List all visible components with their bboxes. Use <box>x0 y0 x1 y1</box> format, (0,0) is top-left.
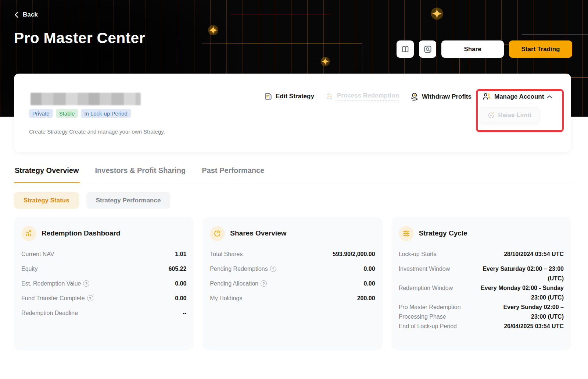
back-label: Back <box>23 11 38 18</box>
strategy-name-redacted <box>31 93 141 105</box>
card-rows: Current NAV 1.01 Equity 605.22 Est. Rede… <box>21 249 186 323</box>
card-header: Shares Overview <box>210 225 375 241</box>
card-rows: Total Shares 593.90/2,000.00 Pending Red… <box>210 249 375 308</box>
help-icon[interactable]: ? <box>261 280 267 287</box>
row-current-nav: Current NAV 1.01 <box>21 249 186 264</box>
row-value: 0.00 <box>175 279 186 288</box>
row-value: Every Sunday 02:00 – 23:00 (UTC) <box>497 302 564 322</box>
people-duo-icon <box>482 92 491 101</box>
strategy-description: Create Strategy Create and manage your o… <box>29 128 165 135</box>
sub-tabs: Strategy Status Strategy Performance <box>14 192 170 209</box>
row-value: 0.00 <box>364 279 375 288</box>
withdraw-profits-button[interactable]: Withdraw Profits <box>410 92 472 101</box>
row-equity: Equity 605.22 <box>21 264 186 279</box>
row-value: 1.01 <box>175 249 186 259</box>
row-label: Investment Window <box>399 264 450 274</box>
row-value: 0.00 <box>364 264 375 274</box>
card-header: Redemption Dashboard <box>21 225 186 241</box>
card-title: Shares Overview <box>230 229 286 237</box>
hand-coin-icon <box>410 92 419 101</box>
badge-private: Private <box>29 109 53 118</box>
tab-past-performance[interactable]: Past Performance <box>201 166 265 183</box>
help-icon[interactable]: ? <box>83 280 89 287</box>
row-value: -- <box>183 308 187 318</box>
badge-stable: Stable <box>56 109 78 118</box>
chevron-up-icon <box>547 95 552 99</box>
subtab-strategy-performance[interactable]: Strategy Performance <box>86 192 171 209</box>
row-pending-redemptions: Pending Redemptions ? 0.00 <box>210 264 375 279</box>
sliders-icon <box>399 226 414 241</box>
overview-cards: Redemption Dashboard Current NAV 1.01 Eq… <box>14 217 571 350</box>
row-label: My Holdings <box>210 294 242 303</box>
card-title: Strategy Cycle <box>419 229 467 237</box>
row-label: Est. Redemption Value <box>21 279 81 288</box>
row-value: 28/10/2024 03:54 UTC <box>504 249 564 259</box>
manage-account-dropdown-toggle[interactable]: Manage Account <box>482 92 552 101</box>
raise-limit-button-disabled[interactable]: Raise Limit <box>479 107 540 123</box>
row-label: Total Shares <box>210 249 243 259</box>
row-value: 0.00 <box>175 294 186 303</box>
row-value: 200.00 <box>357 294 375 303</box>
main-tabs: Strategy Overview Investors & Profit Sha… <box>14 166 571 183</box>
row-label: Pending Redemptions <box>210 264 268 274</box>
book-icon <box>401 45 410 54</box>
row-pro-master-redemption-phase: Pro Master Redemption Processing Phase E… <box>399 302 564 322</box>
start-trading-button[interactable]: Start Trading <box>509 40 572 58</box>
row-end-of-lockup: End of Lock-up Period 26/04/2025 03:54 U… <box>399 322 564 336</box>
chevron-left-icon <box>14 11 19 18</box>
row-fund-transfer-complete: Fund Transfer Complete ? 0.00 <box>21 294 186 308</box>
row-label: Lock-up Starts <box>399 249 437 259</box>
row-value: 593.90/2,000.00 <box>333 249 375 259</box>
help-icon[interactable]: ? <box>270 266 276 272</box>
row-est-redemption-value: Est. Redemption Value ? 0.00 <box>21 279 186 294</box>
edit-strategy-label: Edit Strategy <box>276 93 314 100</box>
pro-master-center-page: Back Pro Master Center Share Start Tradi… <box>0 0 588 379</box>
row-lockup-starts: Lock-up Starts 28/10/2024 03:54 UTC <box>399 249 564 264</box>
row-label: Current NAV <box>21 249 54 259</box>
raise-limit-gauge-icon <box>487 111 495 119</box>
row-label: Fund Transfer Complete <box>21 294 85 303</box>
edit-strategy-icon <box>264 92 273 101</box>
svg-text:P2P: P2P <box>328 95 332 98</box>
row-label: Redemption Window <box>399 283 453 293</box>
badge-lockup: In Lock-up Period <box>81 109 131 118</box>
strategy-summary-card: Private Stable In Lock-up Period Create … <box>14 74 571 152</box>
row-total-shares: Total Shares 593.90/2,000.00 <box>210 249 375 264</box>
edit-strategy-button[interactable]: Edit Strategy <box>264 92 314 101</box>
process-redemption-label: Process Redemption <box>337 92 399 101</box>
row-investment-window: Investment Window Every Saturday 02:00 –… <box>399 264 564 283</box>
manage-account-label: Manage Account <box>494 93 544 100</box>
page-title: Pro Master Center <box>14 29 145 47</box>
row-value: 26/04/2025 03:54 UTC <box>504 322 564 331</box>
row-redemption-deadline: Redemption Deadline -- <box>21 308 186 323</box>
card-header: Strategy Cycle <box>399 225 564 241</box>
row-value: 605.22 <box>168 264 186 274</box>
tab-investors-profit-sharing[interactable]: Investors & Profit Sharing <box>94 166 187 183</box>
help-icon[interactable]: ? <box>87 295 93 301</box>
row-value: Every Monday 02:00 - Sunday 23:00 (UTC) <box>471 283 564 302</box>
bar-chart-up-icon <box>21 226 36 241</box>
card-title: Redemption Dashboard <box>42 229 120 237</box>
tab-strategy-overview[interactable]: Strategy Overview <box>14 166 80 183</box>
back-button[interactable]: Back <box>14 11 38 18</box>
magnifier-document-icon <box>423 45 432 54</box>
strategy-cycle-card: Strategy Cycle Lock-up Starts 28/10/2024… <box>391 217 571 350</box>
row-label: Equity <box>21 264 37 274</box>
withdraw-profits-label: Withdraw Profits <box>422 93 472 100</box>
preview-search-button[interactable] <box>419 40 436 58</box>
subtab-strategy-status[interactable]: Strategy Status <box>14 192 79 209</box>
share-button[interactable]: Share <box>441 40 504 58</box>
row-label: Pro Master Redemption Processing Phase <box>399 302 474 322</box>
row-redemption-window: Redemption Window Every Monday 02:00 - S… <box>399 283 564 302</box>
pie-chart-icon <box>210 226 225 241</box>
row-label: End of Lock-up Period <box>399 322 457 331</box>
process-redemption-button-disabled[interactable]: P2P Process Redemption <box>325 92 399 101</box>
row-my-holdings: My Holdings 200.00 <box>210 294 375 308</box>
redemption-dashboard-card: Redemption Dashboard Current NAV 1.01 Eq… <box>14 217 194 350</box>
row-label: Redemption Deadline <box>21 308 78 318</box>
card-rows: Lock-up Starts 28/10/2024 03:54 UTC Inve… <box>399 249 564 336</box>
row-label: Pending Allocation <box>210 279 258 288</box>
raise-limit-label: Raise Limit <box>498 111 531 119</box>
guide-book-button[interactable] <box>397 40 414 58</box>
strategy-badges: Private Stable In Lock-up Period <box>29 109 131 118</box>
